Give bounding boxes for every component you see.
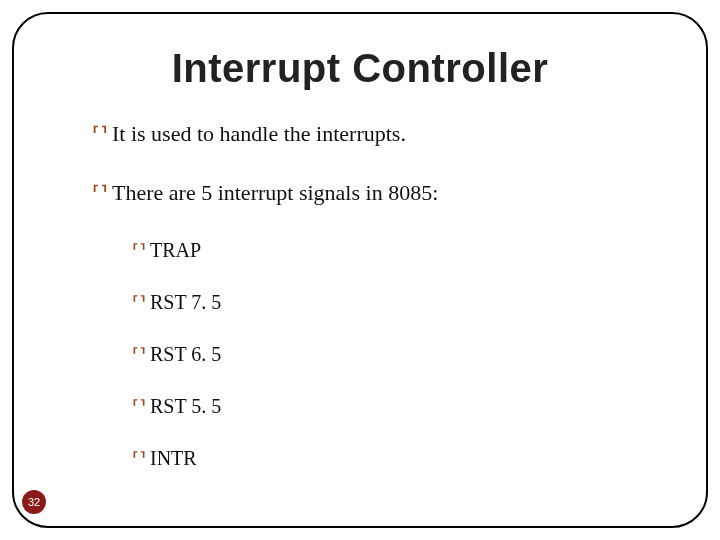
slide-body: ⸢⸣ It is used to handle the interrupts. … — [92, 120, 660, 497]
page-number-badge: 32 — [22, 490, 46, 514]
bullet-text: There are 5 interrupt signals in 8085: — [112, 179, 438, 208]
bullet-icon: ⸢⸣ — [132, 242, 146, 260]
slide-title: Interrupt Controller — [0, 46, 720, 91]
sub-bullet-text: TRAP — [150, 237, 201, 263]
bullet-icon: ⸢⸣ — [132, 346, 146, 364]
page-number: 32 — [28, 496, 40, 508]
bullet-icon: ⸢⸣ — [132, 398, 146, 416]
sub-bullet-item: ⸢⸣ TRAP — [132, 237, 660, 263]
bullet-item: ⸢⸣ There are 5 interrupt signals in 8085… — [92, 179, 660, 208]
bullet-icon: ⸢⸣ — [132, 294, 146, 312]
bullet-item: ⸢⸣ It is used to handle the interrupts. — [92, 120, 660, 149]
bullet-icon: ⸢⸣ — [132, 450, 146, 468]
sub-bullet-text: RST 7. 5 — [150, 289, 221, 315]
sub-bullet-item: ⸢⸣ INTR — [132, 445, 660, 471]
sub-bullet-item: ⸢⸣ RST 6. 5 — [132, 341, 660, 367]
sub-bullet-text: INTR — [150, 445, 197, 471]
slide: Interrupt Controller ⸢⸣ It is used to ha… — [0, 0, 720, 540]
bullet-text: It is used to handle the interrupts. — [112, 120, 406, 149]
bullet-icon: ⸢⸣ — [92, 183, 108, 203]
bullet-icon: ⸢⸣ — [92, 124, 108, 144]
sub-bullet-item: ⸢⸣ RST 5. 5 — [132, 393, 660, 419]
sub-bullet-item: ⸢⸣ RST 7. 5 — [132, 289, 660, 315]
sub-bullet-text: RST 6. 5 — [150, 341, 221, 367]
sub-bullet-text: RST 5. 5 — [150, 393, 221, 419]
